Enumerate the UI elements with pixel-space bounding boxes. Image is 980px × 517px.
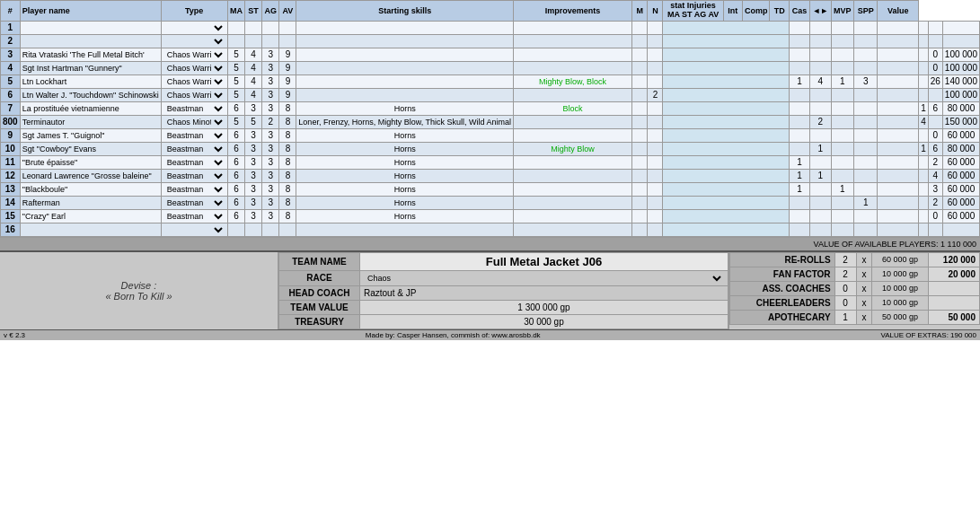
type-select[interactable]: Beastman [163, 103, 225, 114]
stat-ma [227, 34, 245, 48]
rerolls-count: 2 [834, 252, 856, 267]
player-name-cell: Ltn Walter J. "Touchdown" Schinowski [20, 88, 161, 101]
stat-injuries [663, 142, 790, 155]
stat-cas: 1 [854, 196, 878, 209]
type-cell[interactable]: Chaos Warrior [161, 74, 227, 88]
stat-spp [928, 223, 942, 236]
value-available-text: VALUE OF AVAILABLE PLAYERS: 1 110 000 [814, 240, 976, 249]
stat-int [789, 88, 809, 101]
stat-ma: 5 [227, 88, 245, 101]
stat-comp [810, 209, 832, 223]
type-cell[interactable]: Beastman [161, 155, 227, 169]
table-row: 12Leonard Lawrence "Grosse baleine"Beast… [1, 169, 980, 182]
skills-cell [296, 88, 514, 101]
team-value-label: TEAM VALUE [279, 300, 360, 314]
stat-mvp [919, 88, 929, 101]
type-select[interactable]: Beastman [163, 184, 225, 195]
stat-injuries [663, 61, 790, 74]
stat-injuries [663, 223, 790, 236]
stat-st [245, 21, 262, 34]
stat-av: 8 [279, 101, 296, 115]
stat-ma: 6 [227, 128, 245, 142]
stat-td: 1 [831, 74, 853, 88]
type-select[interactable] [163, 22, 225, 33]
stat-comp [810, 21, 832, 34]
type-cell[interactable]: Beastman [161, 142, 227, 155]
type-select[interactable]: Beastman [163, 130, 225, 141]
type-cell[interactable]: Beastman [161, 101, 227, 115]
main-table: # Player name Type MA ST AG AV Starting … [0, 0, 980, 237]
stat-av: 8 [279, 196, 296, 209]
footer-section: Devise : « Born To Kill » TEAM NAME Full… [0, 250, 980, 329]
player-name-cell: Rafterman [20, 196, 161, 209]
type-cell[interactable]: Beastman [161, 169, 227, 182]
type-cell[interactable]: Chaos Warrior [161, 88, 227, 101]
stat-mvp: 1 [919, 101, 929, 115]
stat-av: 8 [279, 115, 296, 128]
type-select[interactable]: Chaos Warrior [163, 90, 225, 101]
stat-cas [854, 209, 878, 223]
type-cell[interactable] [161, 223, 227, 236]
stat-spp: 4 [928, 169, 942, 182]
type-select[interactable]: Chaos Warrior [163, 76, 225, 87]
type-cell[interactable] [161, 34, 227, 48]
made-by-text: Made by: Casper Hansen, commish of: www.… [366, 331, 541, 339]
stat-ag: 3 [262, 74, 279, 88]
stat-int [789, 142, 809, 155]
col-m: M [632, 1, 648, 22]
type-cell[interactable]: Chaos Minotaur [161, 115, 227, 128]
improvements-cell [514, 48, 632, 61]
race-value[interactable]: Chaos [360, 270, 728, 285]
stat-n [648, 74, 663, 88]
row-num: 14 [1, 196, 21, 209]
stat-bh [878, 21, 919, 34]
stat-td [831, 21, 853, 34]
stat-td [831, 223, 853, 236]
head-coach-label: HEAD COACH [279, 285, 360, 300]
stat-comp: 4 [810, 74, 832, 88]
type-select[interactable]: Beastman [163, 157, 225, 168]
stat-ag: 3 [262, 101, 279, 115]
table-row: 6Ltn Walter J. "Touchdown" SchinowskiCha… [1, 88, 980, 101]
type-select[interactable]: Chaos Minotaur [163, 117, 225, 127]
type-cell[interactable]: Beastman [161, 128, 227, 142]
type-cell[interactable]: Chaos Warrior [161, 48, 227, 61]
stat-spp: 3 [928, 182, 942, 196]
stat-av: 8 [279, 128, 296, 142]
stat-comp [810, 48, 832, 61]
stat-int: 1 [789, 155, 809, 169]
stat-ag [262, 21, 279, 34]
type-cell[interactable]: Beastman [161, 196, 227, 209]
type-cell[interactable]: Beastman [161, 209, 227, 223]
type-select[interactable]: Beastman [163, 211, 225, 222]
table-row: 3Rita Vrataski 'The Full Metal Bitch'Cha… [1, 48, 980, 61]
costs-section: RE-ROLLS 2 x 60 000 gp 120 000 FAN FACTO… [728, 252, 980, 329]
type-cell[interactable]: Beastman [161, 182, 227, 196]
stat-mvp [919, 223, 929, 236]
stat-n [648, 209, 663, 223]
improvements-cell [514, 196, 632, 209]
player-name-cell: Rita Vrataski 'The Full Metal Bitch' [20, 48, 161, 61]
type-select[interactable] [163, 224, 225, 235]
stat-int: 1 [789, 182, 809, 196]
type-select[interactable]: Beastman [163, 171, 225, 181]
type-cell[interactable]: Chaos Warrior [161, 61, 227, 74]
ass-total [928, 281, 979, 295]
type-select[interactable]: Beastman [163, 197, 225, 208]
type-select[interactable]: Chaos Warrior [163, 63, 225, 74]
stat-bh [878, 182, 919, 196]
type-select[interactable] [163, 36, 225, 47]
stat-bh [878, 223, 919, 236]
type-cell[interactable] [161, 21, 227, 34]
stat-m [632, 74, 648, 88]
stat-td [831, 88, 853, 101]
stat-m [632, 115, 648, 128]
skills-cell: Horns [296, 155, 514, 169]
improvements-cell [514, 115, 632, 128]
type-select[interactable]: Chaos Warrior [163, 49, 225, 60]
stat-comp [810, 196, 832, 209]
race-select[interactable]: Chaos [364, 273, 724, 284]
rerolls-cost-val: 60 000 [882, 255, 907, 264]
type-select[interactable]: Beastman [163, 144, 225, 154]
stat-cas [854, 34, 878, 48]
